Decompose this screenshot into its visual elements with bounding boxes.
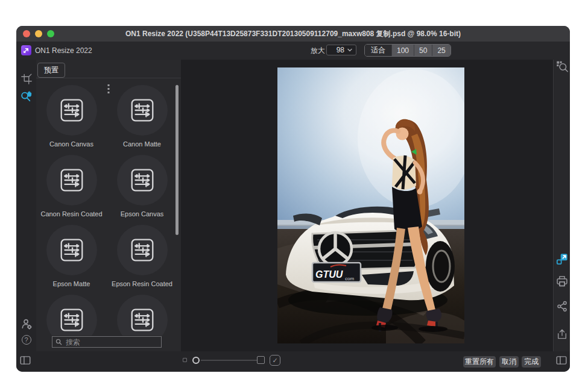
check-glyph: ✓ (272, 357, 277, 365)
search-icon (55, 339, 62, 345)
presets-panel-header: 预置 (36, 60, 181, 78)
titlebar[interactable]: ON1 Resize 2022 (U358P44T13D25873F331DT2… (16, 26, 570, 42)
app-name: ON1 Resize 2022 (35, 42, 92, 60)
preset-thumb (46, 155, 97, 205)
help-icon[interactable]: ? (22, 335, 31, 345)
preview-size-small-icon (183, 358, 187, 362)
preset-thumb (46, 85, 97, 136)
preset-tile[interactable]: Epson Matte (39, 225, 105, 289)
preset-label: Epson Matte (39, 280, 105, 287)
fit-button[interactable]: 适合 (365, 45, 391, 56)
chevron-down-icon (347, 48, 352, 52)
done-button[interactable]: 完成 (522, 356, 541, 368)
preset-tile[interactable]: Epson Resin Coated (109, 225, 175, 289)
right-panel-toggle-icon[interactable] (556, 355, 567, 368)
preset-label: Canon Matte (109, 140, 175, 148)
right-tool-strip (553, 60, 570, 351)
preset-sliders-icon (58, 167, 85, 193)
on1-logo (21, 45, 31, 55)
zoom-100-button[interactable]: 100 (391, 45, 414, 56)
preset-label: Epson Resin Coated (109, 280, 175, 287)
share-icon[interactable] (556, 301, 567, 315)
preset-sliders-icon (129, 307, 156, 333)
preset-tile[interactable]: Canon Resin Coated (39, 155, 105, 219)
preset-tile[interactable] (39, 295, 105, 336)
zoom-pan-tool-icon[interactable] (20, 90, 33, 105)
export-icon[interactable] (556, 328, 567, 342)
zoom-value: 98 (337, 46, 344, 54)
preset-label: Epson Canvas (109, 210, 175, 218)
preview-size-large-icon (257, 356, 265, 364)
zoom-label: 放大 (311, 42, 325, 60)
preset-thumb (46, 295, 97, 336)
zoom-50-button[interactable]: 50 (414, 45, 432, 56)
left-panel-toggle-icon[interactable] (20, 355, 31, 368)
preset-tile[interactable] (109, 295, 175, 336)
app-window: ON1 Resize 2022 (U358P44T13D25873F331DT2… (16, 26, 570, 372)
tab-presets[interactable]: 预置 (37, 63, 65, 78)
preset-sliders-icon (58, 97, 85, 124)
preset-sliders-icon (58, 307, 85, 333)
canvas-area[interactable]: GTUU com (181, 60, 553, 351)
print-icon[interactable] (556, 275, 568, 290)
search-input[interactable] (65, 337, 158, 347)
reset-all-button[interactable]: 重置所有 (463, 356, 496, 368)
preset-search (52, 336, 162, 348)
preset-tile[interactable]: Epson Canvas (109, 155, 175, 219)
preset-tile[interactable]: Canon Canvas (39, 85, 105, 149)
thumbnail-size-slider-knob[interactable] (192, 357, 200, 364)
crop-tool-icon[interactable] (21, 74, 32, 87)
resize-arrow-glyph (23, 47, 30, 54)
preset-label: Canon Resin Coated (39, 210, 105, 218)
cancel-button[interactable]: 取消 (499, 356, 519, 368)
license-plate: GTUU com (312, 263, 361, 282)
preset-sliders-icon (58, 237, 85, 263)
zoom-25-button[interactable]: 25 (432, 45, 450, 56)
fit-zoom-segmented-control: 适合1005025 (364, 44, 451, 57)
preset-grid: Canon Canvas Canon Matte (36, 85, 177, 336)
plate-text-sub: com (345, 276, 354, 281)
window-title: ON1 Resize 2022 (U358P44T13D25873F331DT2… (16, 26, 570, 42)
zoom-value-dropdown[interactable]: 98 (326, 45, 356, 55)
app-header: ON1 Resize 2022 放大 98 适合1005025 (16, 42, 570, 60)
preset-thumb (117, 155, 168, 205)
preset-sliders-icon (129, 97, 156, 124)
main-area: ? 预置 Canon Canvas (16, 60, 570, 351)
soft-proof-toggle-icon[interactable]: ✓ (270, 355, 280, 366)
plate-text-main: GTUU (315, 269, 343, 280)
help-glyph: ? (24, 336, 28, 343)
account-icon[interactable] (21, 318, 32, 332)
preset-label: Canon Canvas (39, 140, 105, 148)
footer-bar: ✓ 重置所有 取消 完成 (16, 351, 570, 372)
left-tool-strip: ? (16, 60, 36, 351)
preset-sliders-icon (129, 237, 156, 263)
scrollbar-thumb[interactable] (175, 85, 179, 235)
thumbnail-size-slider-track[interactable] (201, 360, 257, 361)
preset-sliders-icon (129, 167, 156, 193)
preset-thumb (117, 85, 168, 136)
preset-tile[interactable]: Canon Matte (109, 85, 175, 149)
preset-thumb (117, 225, 168, 275)
photo-preview[interactable]: GTUU com (277, 67, 464, 343)
navigator-icon[interactable] (555, 60, 568, 75)
preset-thumb (46, 225, 97, 275)
resize-module-icon[interactable] (556, 253, 568, 268)
presets-panel: 预置 Canon Canvas (36, 60, 181, 351)
preset-thumb (117, 295, 168, 336)
